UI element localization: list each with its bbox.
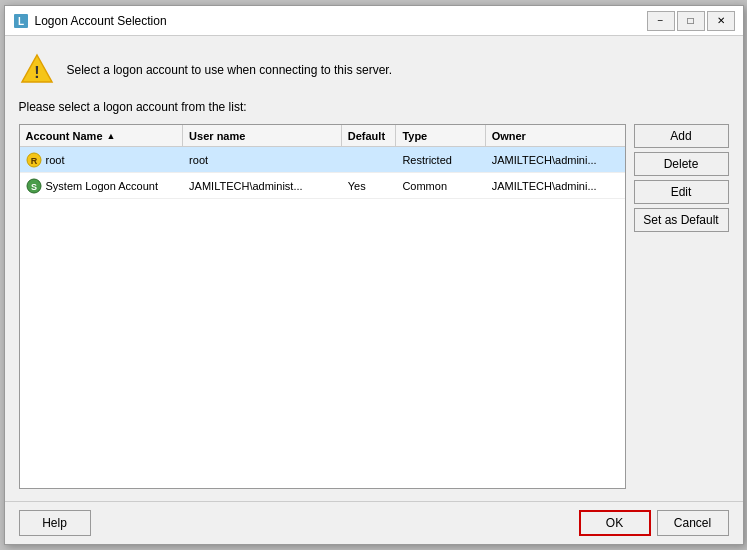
delete-button[interactable]: Delete (634, 152, 729, 176)
cell-type-system: Common (396, 173, 485, 198)
list-label: Please select a logon account from the l… (19, 100, 729, 114)
col-header-default[interactable]: Default (342, 125, 397, 146)
dialog-window: L Logon Account Selection − □ ✕ ! Select… (4, 5, 744, 545)
minimize-button[interactable]: − (647, 11, 675, 31)
cell-type-root: Restricted (396, 147, 485, 172)
cell-default-root (342, 147, 397, 172)
col-header-type[interactable]: Type (396, 125, 485, 146)
warning-icon: ! (19, 52, 55, 88)
bottom-left: Help (19, 510, 91, 536)
system-icon: S (26, 178, 42, 194)
cell-default-system: Yes (342, 173, 397, 198)
table-header: Account Name ▲ User name Default Type Ow… (20, 125, 625, 147)
dialog-content: ! Select a logon account to use when con… (5, 36, 743, 501)
main-area: Account Name ▲ User name Default Type Ow… (19, 124, 729, 489)
svg-text:!: ! (34, 64, 39, 81)
message-area: ! Select a logon account to use when con… (19, 48, 729, 92)
message-text: Select a logon account to use when conne… (67, 62, 393, 79)
sort-arrow-icon: ▲ (107, 131, 116, 141)
table-row[interactable]: S System Logon Account JAMILTECH\adminis… (20, 173, 625, 199)
close-button[interactable]: ✕ (707, 11, 735, 31)
col-header-owner[interactable]: Owner (486, 125, 625, 146)
svg-text:R: R (30, 156, 37, 166)
bottom-bar: Help OK Cancel (5, 501, 743, 544)
set-default-button[interactable]: Set as Default (634, 208, 729, 232)
window-title: Logon Account Selection (35, 14, 647, 28)
cell-account-system: S System Logon Account (20, 173, 184, 198)
window-controls: − □ ✕ (647, 11, 735, 31)
cell-owner-root: JAMILTECH\admini... (486, 147, 625, 172)
col-header-account[interactable]: Account Name ▲ (20, 125, 184, 146)
window-icon: L (13, 13, 29, 29)
cell-owner-system: JAMILTECH\admini... (486, 173, 625, 198)
bottom-right: OK Cancel (579, 510, 729, 536)
ok-button[interactable]: OK (579, 510, 651, 536)
title-bar: L Logon Account Selection − □ ✕ (5, 6, 743, 36)
cell-account-root: R root (20, 147, 184, 172)
cancel-button[interactable]: Cancel (657, 510, 729, 536)
help-button[interactable]: Help (19, 510, 91, 536)
account-table: Account Name ▲ User name Default Type Ow… (19, 124, 626, 489)
edit-button[interactable]: Edit (634, 180, 729, 204)
add-button[interactable]: Add (634, 124, 729, 148)
col-header-username[interactable]: User name (183, 125, 342, 146)
cell-username-system: JAMILTECH\administ... (183, 173, 342, 198)
cell-username-root: root (183, 147, 342, 172)
maximize-button[interactable]: □ (677, 11, 705, 31)
action-buttons: Add Delete Edit Set as Default (634, 124, 729, 489)
root-icon: R (26, 152, 42, 168)
table-body: R root root Restricted (20, 147, 625, 488)
table-row[interactable]: R root root Restricted (20, 147, 625, 173)
svg-text:S: S (30, 182, 36, 192)
svg-text:L: L (17, 16, 23, 27)
